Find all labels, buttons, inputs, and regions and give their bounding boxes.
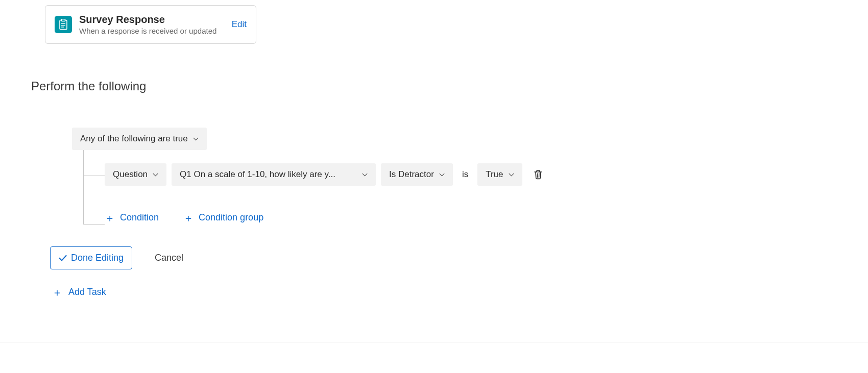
conditions-area: Any of the following are true Question Q… <box>72 128 543 223</box>
comparator-dropdown[interactable]: Is Detractor <box>381 163 453 186</box>
add-task-button[interactable]: ＋ Add Task <box>52 287 106 297</box>
condition-rows-wrapper: Question Q1 On a scale of 1-10, how like… <box>83 163 543 223</box>
done-editing-button[interactable]: Done Editing <box>50 246 132 269</box>
add-condition-button[interactable]: ＋ Condition <box>105 212 159 223</box>
trigger-title: Survey Response <box>79 14 216 26</box>
plus-icon: ＋ <box>105 213 115 223</box>
add-condition-group-label: Condition group <box>199 212 263 223</box>
chevron-down-icon <box>362 173 368 177</box>
cancel-button[interactable]: Cancel <box>155 253 183 263</box>
value-label: True <box>486 169 503 180</box>
editor-footer-buttons: Done Editing Cancel <box>50 246 183 269</box>
chevron-down-icon <box>153 173 158 177</box>
section-heading: Perform the following <box>31 79 146 93</box>
plus-icon: ＋ <box>183 213 194 223</box>
chevron-down-icon <box>193 137 199 141</box>
condition-row: Question Q1 On a scale of 1-10, how like… <box>105 163 543 186</box>
chevron-down-icon <box>509 173 514 177</box>
question-dropdown[interactable]: Q1 On a scale of 1-10, how likely are y.… <box>172 163 376 186</box>
done-editing-label: Done Editing <box>71 253 124 263</box>
tree-connector-horizontal-1 <box>83 176 105 176</box>
trigger-subtitle: When a response is received or updated <box>79 27 216 35</box>
add-condition-label: Condition <box>120 212 159 223</box>
trigger-card: Survey Response When a response is recei… <box>45 5 256 44</box>
clipboard-icon <box>55 16 72 33</box>
trash-icon <box>534 169 543 180</box>
plus-icon: ＋ <box>52 287 62 297</box>
field-type-dropdown[interactable]: Question <box>105 163 166 186</box>
trigger-text: Survey Response When a response is recei… <box>79 14 216 35</box>
chevron-down-icon <box>439 173 445 177</box>
add-condition-group-button[interactable]: ＋ Condition group <box>183 212 263 223</box>
add-task-label: Add Task <box>68 287 106 297</box>
condition-mode-label: Any of the following are true <box>80 134 188 144</box>
comparator-label: Is Detractor <box>389 169 434 180</box>
field-type-label: Question <box>113 169 148 180</box>
condition-mode-dropdown[interactable]: Any of the following are true <box>72 128 207 150</box>
tree-connector-vertical <box>83 150 84 224</box>
edit-link[interactable]: Edit <box>232 19 247 30</box>
joiner-text: is <box>458 169 472 180</box>
tree-connector-horizontal-2 <box>83 224 105 225</box>
trigger-card-left: Survey Response When a response is recei… <box>55 14 216 35</box>
add-row: ＋ Condition ＋ Condition group <box>105 212 543 223</box>
section-divider <box>0 342 868 342</box>
check-icon <box>59 255 67 262</box>
svg-rect-1 <box>62 19 65 21</box>
value-dropdown[interactable]: True <box>477 163 522 186</box>
delete-condition-button[interactable] <box>534 169 543 180</box>
question-label: Q1 On a scale of 1-10, how likely are y.… <box>180 169 335 180</box>
